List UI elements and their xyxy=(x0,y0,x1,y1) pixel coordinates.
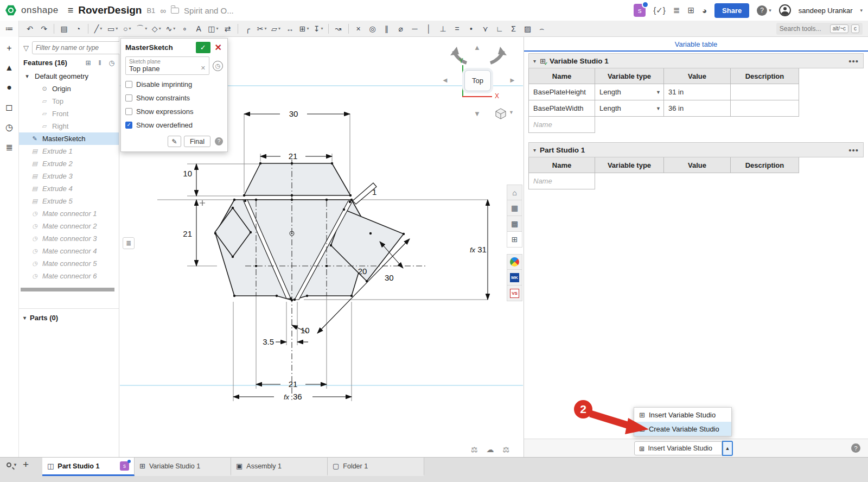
checkbox-icon[interactable] xyxy=(125,94,132,102)
chevron-down-icon[interactable]: ▾ xyxy=(278,26,280,31)
cancel-button[interactable]: ✕ xyxy=(214,42,223,53)
sketch-only-button[interactable]: ✎ xyxy=(168,136,181,147)
variable-name-cell[interactable]: BasePlateHeight xyxy=(529,84,595,100)
feature-plane-front[interactable]: ▱ Front xyxy=(19,107,119,120)
chevron-down-icon[interactable]: ▾ xyxy=(145,26,147,31)
user-avatar-icon[interactable] xyxy=(779,4,791,16)
trim-tool-icon[interactable]: ✂ ▾ xyxy=(256,22,269,35)
use-region-icon[interactable]: ◔ ▾ xyxy=(72,22,85,35)
tab-folder-1[interactable]: ▢ Folder 1 xyxy=(328,458,424,476)
chevron-down-icon[interactable]: ▾ xyxy=(129,26,131,31)
new-variable-name-input[interactable]: Name xyxy=(529,173,595,189)
collab-avatar[interactable]: s xyxy=(634,4,646,17)
sketch-geometry[interactable] xyxy=(215,163,404,300)
parallel-constraint-icon[interactable]: ∥ ▾ xyxy=(380,22,393,35)
rotate-up-icon[interactable]: ▲ xyxy=(474,43,481,52)
feature-origin[interactable]: ⊙ Origin xyxy=(19,83,119,95)
variable-description-cell[interactable] xyxy=(731,100,799,117)
toolbar-icon[interactable]: ▾ xyxy=(348,24,349,34)
parts-section[interactable]: ▾ Parts (0) xyxy=(19,308,119,327)
render-studio-icon[interactable]: ▦ xyxy=(507,200,522,216)
tab-search[interactable]: ▼ xyxy=(7,462,17,467)
feature-mastersketch[interactable]: ✎ MasterSketch xyxy=(19,132,119,145)
feature-extrude-1[interactable]: ▤ Extrude 1 xyxy=(19,145,119,157)
dimension-tool-icon[interactable]: ↔ ▾ xyxy=(284,22,297,35)
feature-mate-connector-5[interactable]: ◷ Mate connector 5 xyxy=(19,257,119,270)
toolbar-icon[interactable]: ▾ xyxy=(238,24,238,34)
scale-constraint-icon[interactable]: Σ ▾ xyxy=(507,22,520,35)
BasePlateWidth[interactable]: BasePlateWidth Length▼ 36 in xyxy=(529,100,799,117)
feature-extrude-3[interactable]: ▤ Extrude 3 xyxy=(19,170,119,182)
curvature-constraint-icon[interactable]: ⌢ ▾ xyxy=(535,22,548,35)
rotate-down-icon[interactable]: ▼ xyxy=(474,110,481,118)
chevron-down-icon[interactable]: ▾ xyxy=(159,26,161,31)
checkbox-icon[interactable] xyxy=(125,81,132,88)
feature-plane-top[interactable]: ▱ Top xyxy=(19,95,119,107)
feature-extrude-4[interactable]: ▤ Extrude 4 xyxy=(19,182,119,195)
variable-name-cell[interactable]: BasePlateWidth xyxy=(529,100,595,117)
insert-variable-studio-button[interactable]: ⊞ Insert Variable Studio xyxy=(634,441,722,455)
new-folder-icon[interactable]: ⊞ xyxy=(85,59,91,67)
app-pinwheel-icon[interactable] xyxy=(507,254,522,270)
undo-icon[interactable]: ↶ ▾ xyxy=(23,22,36,35)
pattern-tool-icon[interactable]: ⊞ ▾ xyxy=(298,22,311,35)
panel-collapse-handle[interactable]: ≣ xyxy=(123,237,135,249)
view-cube-face[interactable]: Top xyxy=(464,70,491,91)
insert-feature-icon[interactable]: + xyxy=(7,43,11,53)
help-menu[interactable]: ? ▾ xyxy=(757,5,771,16)
style-tool-icon[interactable]: ↝ ▾ xyxy=(332,22,345,35)
print-3d-icon[interactable]: ⌂ xyxy=(507,185,522,200)
app-store-icon[interactable]: ⊞ xyxy=(687,5,694,15)
document-version[interactable]: B1 xyxy=(146,7,155,15)
dialog-help-icon[interactable]: ? xyxy=(215,137,223,145)
chevron-down-icon[interactable]: ▾ xyxy=(100,26,102,31)
variable-value-cell[interactable]: 36 in xyxy=(664,100,731,117)
feature-extrude-5[interactable]: ▤ Extrude 5 xyxy=(19,195,119,207)
new-variable-name-input[interactable]: Name xyxy=(529,117,595,133)
point-tool-icon[interactable]: ∘ ▾ xyxy=(178,22,191,35)
bom-icon[interactable]: ≣ xyxy=(5,142,12,153)
variable-studio-panel-icon[interactable]: ⊞ xyxy=(507,232,522,248)
show-expressions-checkbox[interactable]: Show expressions xyxy=(125,107,223,116)
sketch-plane-field[interactable]: Sketch plane Top plane ✕ xyxy=(125,56,209,75)
new-variable-row[interactable]: Name xyxy=(529,117,799,133)
chevron-down-icon[interactable]: ▾ xyxy=(173,26,175,31)
insert-image-icon[interactable]: ▤ ▾ xyxy=(58,22,71,35)
rotate-right-icon[interactable]: ► xyxy=(509,76,516,84)
chevron-down-icon[interactable]: ▼ xyxy=(656,84,661,100)
rectangle-tool-icon[interactable]: ▭ ▾ xyxy=(106,22,119,35)
release-tasks-icon[interactable]: ≣ xyxy=(673,5,680,15)
feature-plane-right[interactable]: ▱ Right xyxy=(19,120,119,132)
search-tools-input[interactable] xyxy=(780,25,827,33)
polygon-tool-icon[interactable]: ◇ ▾ xyxy=(150,22,163,35)
BasePlateHeight[interactable]: BasePlateHeight Length▼ 31 in xyxy=(529,84,799,100)
toolbar-icon[interactable]: ▾ xyxy=(88,24,88,34)
vertical-constraint-icon[interactable]: │ ▾ xyxy=(423,22,436,35)
show-overdefined-checkbox[interactable]: Show overdefined xyxy=(125,121,223,129)
rollback-bar[interactable] xyxy=(21,288,114,291)
feature-group-default-geometry[interactable]: ▾ Default geometry xyxy=(19,70,119,83)
tab-variable-studio-1[interactable]: ⊞ Variable Studio 1 xyxy=(135,458,231,476)
clock-icon[interactable]: ◷ xyxy=(213,61,223,71)
midpoint-constraint-icon[interactable]: • ▾ xyxy=(465,22,478,35)
app-vs-icon[interactable]: VS xyxy=(507,286,522,301)
slot-tool-icon[interactable]: ◫ ▾ xyxy=(206,22,220,35)
feature-list-toggle[interactable]: ≔ xyxy=(0,21,19,37)
link-icon[interactable]: ∞ xyxy=(160,6,166,15)
user-name[interactable]: sandeep Urankar xyxy=(799,7,853,15)
redo-icon[interactable]: ↷ ▾ xyxy=(37,22,50,35)
horizontal-constraint-icon[interactable]: ─ ▾ xyxy=(409,22,422,35)
final-button[interactable]: Final xyxy=(184,136,210,147)
show-constraints-checkbox[interactable]: Show constraints xyxy=(125,94,223,102)
feature-mate-connector-1[interactable]: ◷ Mate connector 1 xyxy=(19,207,119,220)
rotate-left-icon[interactable]: ◄ xyxy=(442,76,449,84)
panel-help-icon[interactable]: ? xyxy=(851,443,860,453)
document-folder[interactable]: Spirit and O... xyxy=(184,6,234,15)
app-mk-icon[interactable]: MK xyxy=(507,270,522,286)
rollback-icon[interactable]: ‖ xyxy=(99,59,101,67)
feature-filter-input[interactable] xyxy=(32,41,125,54)
tab-assembly-1[interactable]: ▣ Assembly 1 xyxy=(231,458,328,476)
chevron-down-icon[interactable]: ▾ xyxy=(307,26,309,31)
spline-tool-icon[interactable]: ∿ ▾ xyxy=(164,22,177,35)
concentric-constraint-icon[interactable]: ◎ ▾ xyxy=(366,22,379,35)
